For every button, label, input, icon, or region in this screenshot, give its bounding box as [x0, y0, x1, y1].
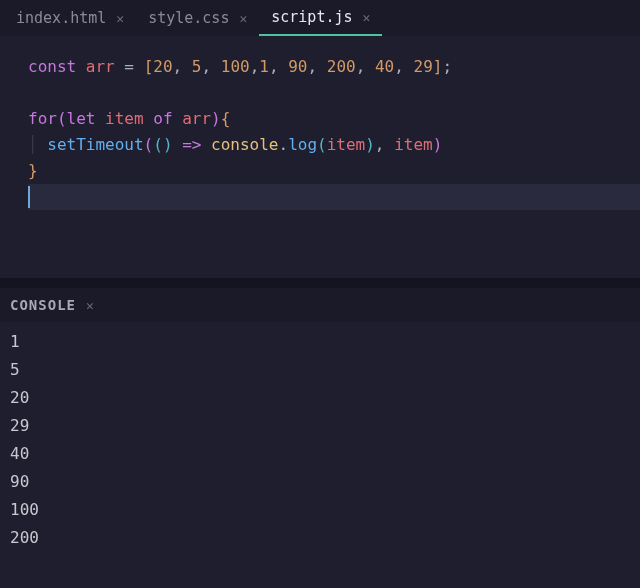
console-line: 40 — [10, 440, 630, 468]
console-line: 5 — [10, 356, 630, 384]
panel-divider[interactable] — [0, 278, 640, 288]
close-icon[interactable]: ✕ — [239, 11, 247, 26]
console-line: 90 — [10, 468, 630, 496]
close-icon[interactable]: ✕ — [363, 10, 371, 25]
code-line — [28, 80, 640, 106]
tab-label: index.html — [16, 9, 106, 27]
console-header: CONSOLE ✕ — [0, 288, 640, 322]
close-icon[interactable]: ✕ — [86, 298, 94, 313]
tab-index-html[interactable]: index.html ✕ — [4, 0, 136, 36]
cursor-icon — [28, 186, 30, 208]
code-line: for(let item of arr){ — [28, 106, 640, 132]
code-editor[interactable]: const arr = [20, 5, 100,1, 90, 200, 40, … — [0, 36, 640, 278]
close-icon[interactable]: ✕ — [116, 11, 124, 26]
tab-style-css[interactable]: style.css ✕ — [136, 0, 259, 36]
console-line: 20 — [10, 384, 630, 412]
tab-bar: index.html ✕ style.css ✕ script.js ✕ — [0, 0, 640, 36]
code-line: const arr = [20, 5, 100,1, 90, 200, 40, … — [28, 54, 640, 80]
tab-script-js[interactable]: script.js ✕ — [259, 0, 382, 36]
code-line: │ setTimeout(() => console.log(item), it… — [28, 132, 640, 158]
console-output[interactable]: 1 5 20 29 40 90 100 200 — [0, 322, 640, 558]
console-line: 1 — [10, 328, 630, 356]
console-line: 29 — [10, 412, 630, 440]
tab-label: script.js — [271, 8, 352, 26]
tab-label: style.css — [148, 9, 229, 27]
code-line: } — [28, 158, 640, 184]
console-line: 200 — [10, 524, 630, 552]
console-line: 100 — [10, 496, 630, 524]
code-line-active — [28, 184, 640, 210]
console-label: CONSOLE — [10, 297, 76, 313]
